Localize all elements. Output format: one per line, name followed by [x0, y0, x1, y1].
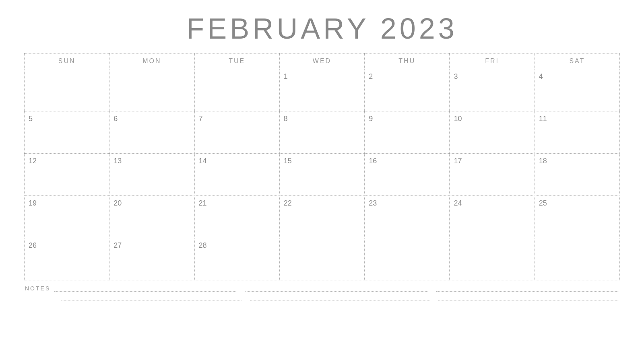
day-number: 19 — [29, 199, 37, 207]
calendar-cell: 12 — [25, 154, 109, 196]
notes-row-1: NOTES — [25, 285, 619, 292]
day-number: 17 — [454, 157, 462, 165]
calendar-wrapper: FEBRUARY 2023 SUNMONTUEWEDTHUFRISAT 1234… — [24, 0, 620, 303]
day-number: 15 — [284, 157, 292, 165]
day-number: 18 — [539, 157, 547, 165]
day-number: 7 — [199, 115, 203, 123]
day-number: 3 — [454, 72, 458, 80]
notes-row-2 — [25, 294, 619, 300]
day-number: 8 — [284, 115, 288, 123]
day-number: 4 — [539, 72, 543, 80]
calendar-cell: 21 — [194, 196, 279, 238]
calendar-cell — [109, 69, 194, 111]
day-number: 14 — [199, 157, 207, 165]
day-header-thu: THU — [365, 53, 450, 69]
calendar-cell — [25, 69, 109, 111]
calendar-cell — [450, 238, 535, 280]
day-number: 28 — [199, 241, 207, 249]
calendar-cell: 5 — [25, 111, 109, 154]
week-row-1: 1234 — [25, 69, 620, 111]
day-number: 1 — [284, 72, 288, 80]
day-number: 25 — [539, 199, 547, 207]
calendar-cell: 6 — [109, 111, 194, 154]
notes-line-2a — [61, 294, 242, 300]
notes-label: NOTES — [25, 285, 50, 292]
calendar-cell: 18 — [535, 154, 619, 196]
week-row-2: 567891011 — [25, 111, 620, 154]
calendar-cell: 26 — [25, 238, 109, 280]
calendar-cell: 25 — [535, 196, 619, 238]
day-number: 12 — [29, 157, 37, 165]
notes-line-2b — [250, 294, 431, 300]
week-row-4: 19202122232425 — [25, 196, 620, 238]
notes-line-1a — [54, 285, 237, 292]
day-header-fri: FRI — [450, 53, 535, 69]
calendar-cell: 17 — [450, 154, 535, 196]
day-header-tue: TUE — [194, 53, 279, 69]
calendar-cell: 24 — [450, 196, 535, 238]
calendar-cell: 27 — [109, 238, 194, 280]
day-number: 20 — [114, 199, 122, 207]
day-header-mon: MON — [109, 53, 194, 69]
notes-line-1b — [245, 285, 428, 292]
notes-line-1c — [436, 285, 619, 292]
day-number: 10 — [454, 115, 462, 123]
calendar-cell: 10 — [450, 111, 535, 154]
calendar-cell: 20 — [109, 196, 194, 238]
day-header-sat: SAT — [535, 53, 619, 69]
day-number: 16 — [369, 157, 377, 165]
day-number: 23 — [369, 199, 377, 207]
day-number: 13 — [114, 157, 122, 165]
day-number: 26 — [29, 241, 37, 249]
calendar-cell: 9 — [365, 111, 450, 154]
day-number: 22 — [284, 199, 292, 207]
calendar-cell: 4 — [535, 69, 619, 111]
calendar-cell: 14 — [194, 154, 279, 196]
calendar-cell — [535, 238, 619, 280]
day-number: 6 — [114, 115, 118, 123]
week-row-5: 262728 — [25, 238, 620, 280]
day-header-sun: SUN — [25, 53, 109, 69]
calendar-cell: 23 — [365, 196, 450, 238]
calendar-grid: SUNMONTUEWEDTHUFRISAT 123456789101112131… — [24, 53, 620, 280]
day-header-wed: WED — [279, 53, 364, 69]
calendar-cell: 28 — [194, 238, 279, 280]
calendar-cell: 22 — [279, 196, 364, 238]
day-number: 24 — [454, 199, 462, 207]
calendar-cell — [279, 238, 364, 280]
calendar-cell: 3 — [450, 69, 535, 111]
notes-line-2c — [438, 294, 619, 300]
calendar-cell: 19 — [25, 196, 109, 238]
calendar-cell — [365, 238, 450, 280]
day-number: 21 — [199, 199, 207, 207]
day-number: 9 — [369, 115, 373, 123]
calendar-cell: 13 — [109, 154, 194, 196]
day-number: 2 — [369, 72, 373, 80]
days-header-row: SUNMONTUEWEDTHUFRISAT — [25, 53, 620, 69]
calendar-cell: 8 — [279, 111, 364, 154]
day-number: 5 — [29, 115, 33, 123]
calendar-title: FEBRUARY 2023 — [24, 12, 620, 45]
week-row-3: 12131415161718 — [25, 154, 620, 196]
calendar-cell: 2 — [365, 69, 450, 111]
calendar-cell — [194, 69, 279, 111]
calendar-cell: 11 — [535, 111, 619, 154]
calendar-cell: 1 — [279, 69, 364, 111]
day-number: 11 — [539, 115, 547, 123]
day-number: 27 — [114, 241, 122, 249]
calendar-cell: 15 — [279, 154, 364, 196]
notes-section: NOTES — [24, 285, 620, 300]
calendar-cell: 16 — [365, 154, 450, 196]
calendar-cell: 7 — [194, 111, 279, 154]
